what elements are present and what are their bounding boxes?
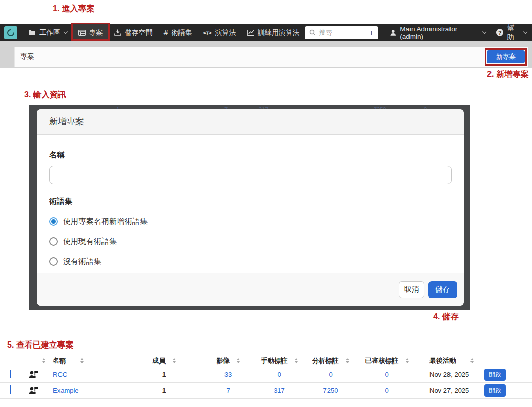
project-name-link[interactable]: RCC (53, 371, 67, 378)
analysis-annotations-link[interactable]: 0 (329, 371, 332, 378)
radio-option-existing-glossary[interactable]: 使用現有術語集 (49, 236, 452, 246)
table-row: RCC 1 33 0 0 0 Nov 28, 2025 開啟 (0, 367, 532, 382)
modal-header: 新增專案 (37, 109, 464, 135)
help-icon: ? (496, 29, 503, 36)
radio-label: 使用現有術語集 (63, 237, 117, 246)
radio-button[interactable] (49, 257, 58, 266)
search-icon (309, 29, 316, 36)
nav-label-projects: 專案 (89, 28, 103, 37)
modal-footer: 取消 儲存 (37, 273, 464, 306)
navbar-right: 搜尋 + Main Administrator (admin) ? 幫助 (305, 24, 532, 42)
last-activity-date: Nov 28, 2025 (415, 367, 482, 382)
user-name: Main Administrator (admin) (400, 25, 479, 40)
reviewed-annotations-link[interactable]: 0 (385, 371, 388, 378)
header-members-label: 成員 (152, 356, 166, 366)
header-analysis-label: 分析標註 (312, 356, 339, 366)
annotation-step4: 4. 儲存 (433, 312, 459, 323)
cancel-button[interactable]: 取消 (399, 281, 424, 298)
nav-item-glossary[interactable]: # 術語集 (158, 24, 198, 41)
project-name-link[interactable]: Example (53, 387, 79, 394)
radio-button[interactable] (49, 217, 58, 226)
search-group: 搜尋 + (305, 26, 378, 39)
user-icon (390, 29, 396, 36)
save-button[interactable]: 儲存 (428, 281, 457, 298)
new-project-button[interactable]: 新專案 (487, 50, 525, 63)
nav-item-storage[interactable]: 儲存空間 (109, 24, 158, 41)
header-name[interactable]: 名稱 (46, 355, 128, 367)
help-menu[interactable]: ? 幫助 (496, 24, 527, 42)
project-name-input[interactable] (49, 166, 452, 184)
radio-label: 沒有術語集 (63, 256, 101, 266)
user-menu[interactable]: Main Administrator (admin) (390, 25, 486, 40)
manual-annotations-link[interactable]: 317 (274, 387, 285, 394)
nav-item-training-algorithms[interactable]: 訓練用演算法 (241, 24, 305, 41)
annotation-step1: 1. 進入專案 (53, 4, 95, 14)
members-count: 1 (128, 367, 200, 382)
project-members-icon[interactable] (29, 370, 38, 379)
nav-item-algorithms[interactable]: </> 演算法 (198, 24, 241, 41)
sort-icon[interactable] (173, 358, 176, 363)
header-analysis[interactable]: 分析標註 (302, 355, 359, 367)
chevron-down-icon (482, 30, 486, 34)
images-count-link[interactable]: 7 (226, 387, 230, 394)
chevron-down-icon (523, 30, 527, 34)
chart-icon (247, 29, 254, 36)
header-expand-col (0, 355, 21, 367)
modal-title: 新增專案 (49, 116, 84, 127)
folder-icon (28, 29, 36, 36)
project-members-icon[interactable] (29, 386, 38, 395)
expand-chevron-icon[interactable] (10, 370, 11, 378)
images-count-link[interactable]: 33 (224, 371, 232, 378)
header-reviewed-label: 已審核標註 (365, 356, 399, 366)
reviewed-annotations-link[interactable]: 0 (385, 387, 388, 394)
radio-button[interactable] (49, 237, 58, 246)
page-title: 專案 (20, 52, 34, 61)
open-project-button[interactable]: 開啟 (484, 369, 506, 381)
download-icon (114, 29, 121, 36)
new-project-wrap: 新專案 (487, 50, 525, 63)
manual-annotations-link[interactable]: 0 (277, 371, 281, 378)
search-input[interactable]: 搜尋 (305, 28, 364, 37)
nav-label-workspace: 工作區 (39, 28, 60, 37)
sort-icon[interactable] (406, 358, 409, 363)
radio-label: 使用專案名稱新增術語集 (63, 217, 148, 226)
search-placeholder: 搜尋 (319, 28, 332, 37)
page-header: 專案 新專案 (14, 47, 528, 67)
sort-icon[interactable] (346, 358, 349, 363)
table-row: Example 1 7 317 7250 0 Nov 27, 2025 開啟 (0, 382, 532, 398)
modal-body: 名稱 術語集 使用專案名稱新增術語集 使用現有術語集 沒有術語集 (37, 135, 464, 266)
analysis-annotations-link[interactable]: 7250 (323, 387, 338, 394)
sort-icon[interactable] (295, 358, 298, 363)
sort-icon[interactable] (470, 358, 474, 363)
header-last-activity[interactable]: 最後活動 (415, 355, 482, 367)
search-add-button[interactable]: + (364, 26, 378, 39)
header-last-activity-label: 最後活動 (429, 356, 456, 366)
header-manual[interactable]: 手動標註 (256, 355, 302, 367)
radio-option-no-glossary[interactable]: 沒有術語集 (49, 256, 452, 266)
nav-item-projects[interactable]: 專案 (73, 24, 109, 41)
nav-label-algorithms: 演算法 (215, 28, 236, 37)
header-images[interactable]: 影像 (200, 355, 256, 367)
nav-item-workspace[interactable]: 工作區 (23, 24, 73, 41)
sort-icon[interactable] (237, 358, 240, 363)
radio-option-new-glossary[interactable]: 使用專案名稱新增術語集 (49, 216, 452, 226)
nav-label-storage: 儲存空間 (125, 28, 153, 37)
sort-icon[interactable] (80, 358, 84, 363)
header-action-col (482, 355, 532, 367)
projects-table-icon (78, 30, 86, 36)
members-count: 1 (128, 382, 200, 398)
open-project-button[interactable]: 開啟 (484, 384, 506, 397)
header-members[interactable]: 成員 (128, 355, 200, 367)
nav-items: 工作區 專案 儲存空間 # 術語集 </> (23, 24, 305, 41)
top-navbar: 工作區 專案 儲存空間 # 術語集 </> (0, 24, 532, 41)
header-reviewed[interactable]: 已審核標註 (359, 355, 415, 367)
annotation-step2: 2. 新增專案 (487, 69, 529, 80)
sort-icon[interactable] (42, 358, 45, 363)
help-label: 幫助 (507, 24, 520, 42)
name-label: 名稱 (49, 150, 452, 160)
app-logo[interactable] (4, 26, 17, 39)
annotation-step5: 5. 查看已建立專案 (7, 340, 74, 351)
header-manual-label: 手動標註 (261, 356, 288, 366)
glossary-label: 術語集 (49, 197, 452, 206)
expand-chevron-icon[interactable] (10, 385, 11, 394)
